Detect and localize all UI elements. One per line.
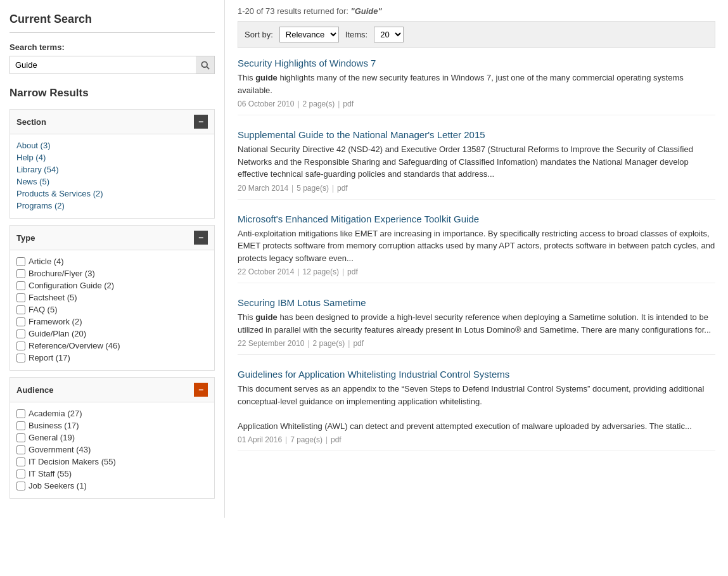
result-description: National Security Directive 42 (NSD-42) … bbox=[238, 143, 715, 181]
audience-checkbox-item: Academia (27) bbox=[16, 407, 208, 419]
audience-checkbox[interactable] bbox=[16, 482, 25, 490]
search-input[interactable] bbox=[10, 56, 215, 74]
type-checkbox[interactable] bbox=[16, 257, 25, 266]
audience-checkbox-item: Government (43) bbox=[16, 444, 208, 456]
result-meta: 22 October 2014|12 page(s)|pdf bbox=[238, 267, 715, 276]
type-checkbox-label: Reference/Overview (46) bbox=[29, 341, 120, 350]
type-checkbox-label: Guide/Plan (20) bbox=[29, 329, 86, 338]
result-title-link[interactable]: Securing IBM Lotus Sametime bbox=[238, 297, 715, 308]
section-filter-link[interactable]: News (5) bbox=[16, 176, 208, 188]
type-checkbox[interactable] bbox=[16, 354, 25, 362]
result-pages: 5 page(s) bbox=[297, 184, 329, 193]
meta-separator: | bbox=[285, 435, 287, 444]
section-filter-link[interactable]: Programs (2) bbox=[16, 200, 208, 212]
result-item: Microsoft's Enhanced Mitigation Experien… bbox=[238, 214, 715, 284]
audience-checkbox-label: IT Decision Makers (55) bbox=[29, 457, 116, 466]
sidebar: Current Search Search terms: Narrow Resu… bbox=[0, 0, 225, 518]
result-type: pdf bbox=[343, 99, 354, 108]
type-checkbox-label: Factsheet (5) bbox=[29, 293, 77, 302]
items-label: Items: bbox=[345, 30, 367, 39]
sort-label: Sort by: bbox=[245, 30, 273, 39]
audience-checkbox-label: IT Staff (55) bbox=[29, 469, 72, 478]
meta-separator: | bbox=[291, 184, 293, 193]
section-filter-link[interactable]: Products & Services (2) bbox=[16, 188, 208, 200]
type-checkbox-item: Reference/Overview (46) bbox=[16, 340, 208, 352]
type-checkbox-item: Guide/Plan (20) bbox=[16, 328, 208, 340]
type-checkbox[interactable] bbox=[16, 330, 25, 338]
result-title-link[interactable]: Supplemental Guide to the National Manag… bbox=[238, 129, 715, 140]
section-filter: Section − About (3)Help (4)Library (54)N… bbox=[10, 109, 215, 219]
section-filter-label: Section bbox=[16, 117, 46, 127]
type-checkbox-label: FAQ (5) bbox=[29, 305, 58, 314]
type-checkbox-label: Framework (2) bbox=[29, 317, 82, 326]
result-date: 20 March 2014 bbox=[238, 184, 288, 193]
audience-checkbox[interactable] bbox=[16, 445, 25, 454]
section-filter-body: About (3)Help (4)Library (54)News (5)Pro… bbox=[10, 134, 214, 218]
result-title-link[interactable]: Guidelines for Application Whitelisting … bbox=[238, 369, 715, 380]
audience-checkbox-label: Government (43) bbox=[29, 445, 91, 454]
main-content: 1-20 of 73 results returned for: "Guide"… bbox=[225, 0, 728, 518]
audience-checkbox[interactable] bbox=[16, 421, 25, 430]
audience-filter-body: Academia (27)Business (17)General (19)Go… bbox=[10, 402, 214, 498]
audience-filter-label: Audience bbox=[16, 385, 54, 395]
audience-checkbox[interactable] bbox=[16, 433, 25, 442]
audience-checkbox-item: General (19) bbox=[16, 432, 208, 444]
result-title-link[interactable]: Security Highlights of Windows 7 bbox=[238, 58, 715, 68]
results-list: Security Highlights of Windows 7This gui… bbox=[238, 58, 715, 451]
section-collapse-button[interactable]: − bbox=[194, 115, 208, 129]
search-icon bbox=[201, 61, 210, 70]
items-select[interactable]: 102050 bbox=[374, 27, 404, 42]
type-checkbox[interactable] bbox=[16, 342, 25, 350]
result-meta: 06 October 2010|2 page(s)|pdf bbox=[238, 99, 715, 108]
type-checkbox-item: Framework (2) bbox=[16, 316, 208, 328]
type-checkbox-label: Report (17) bbox=[29, 353, 70, 362]
sort-select[interactable]: RelevanceDateTitle bbox=[279, 27, 339, 42]
audience-collapse-button[interactable]: − bbox=[194, 383, 208, 397]
type-checkbox[interactable] bbox=[16, 293, 25, 302]
meta-separator: | bbox=[307, 339, 309, 348]
type-checkbox[interactable] bbox=[16, 305, 25, 314]
type-checkbox-item: Brochure/Flyer (3) bbox=[16, 267, 208, 279]
type-checkbox-item: Article (4) bbox=[16, 255, 208, 267]
meta-separator: | bbox=[348, 339, 350, 348]
result-item: Supplemental Guide to the National Manag… bbox=[238, 129, 715, 200]
meta-separator: | bbox=[332, 184, 334, 193]
result-pages: 12 page(s) bbox=[303, 267, 339, 276]
result-pages: 7 page(s) bbox=[290, 435, 322, 444]
results-query: "Guide" bbox=[351, 6, 382, 16]
type-filter: Type − Article (4)Brochure/Flyer (3)Conf… bbox=[10, 225, 215, 371]
result-item: Security Highlights of Windows 7This gui… bbox=[238, 58, 715, 115]
result-meta: 01 April 2016|7 page(s)|pdf bbox=[238, 435, 715, 444]
meta-separator: | bbox=[338, 99, 340, 108]
audience-checkbox[interactable] bbox=[16, 470, 25, 478]
type-checkbox-item: Factsheet (5) bbox=[16, 291, 208, 304]
meta-separator: | bbox=[297, 267, 299, 276]
type-checkbox-item: Configuration Guide (2) bbox=[16, 279, 208, 291]
result-title-link[interactable]: Microsoft's Enhanced Mitigation Experien… bbox=[238, 214, 715, 224]
result-date: 22 September 2010 bbox=[238, 339, 304, 348]
search-button[interactable] bbox=[196, 56, 215, 74]
type-checkbox-label: Article (4) bbox=[29, 257, 64, 266]
section-filter-link[interactable]: Library (54) bbox=[16, 163, 208, 176]
type-checkbox-item: FAQ (5) bbox=[16, 304, 208, 316]
section-filter-header: Section − bbox=[10, 110, 214, 134]
result-type: pdf bbox=[347, 267, 358, 276]
audience-checkbox[interactable] bbox=[16, 458, 25, 466]
type-checkbox-item: Report (17) bbox=[16, 352, 208, 364]
type-filter-header: Type − bbox=[10, 226, 214, 250]
type-checkbox[interactable] bbox=[16, 317, 25, 326]
section-filter-link[interactable]: About (3) bbox=[16, 139, 208, 151]
audience-checkbox-item: Business (17) bbox=[16, 419, 208, 432]
audience-checkbox[interactable] bbox=[16, 409, 25, 418]
results-summary: 1-20 of 73 results returned for: "Guide" bbox=[238, 6, 715, 16]
type-checkbox[interactable] bbox=[16, 281, 25, 290]
section-filter-link[interactable]: Help (4) bbox=[16, 151, 208, 163]
results-count-text: 1-20 of 73 results returned for: bbox=[238, 6, 348, 16]
result-date: 01 April 2016 bbox=[238, 435, 282, 444]
type-collapse-button[interactable]: − bbox=[194, 231, 208, 245]
type-checkbox-label: Configuration Guide (2) bbox=[29, 281, 114, 290]
sidebar-divider bbox=[10, 32, 215, 33]
result-description: This guide has been designed to provide … bbox=[238, 311, 715, 336]
type-checkbox[interactable] bbox=[16, 269, 25, 278]
result-pages: 2 page(s) bbox=[313, 339, 345, 348]
